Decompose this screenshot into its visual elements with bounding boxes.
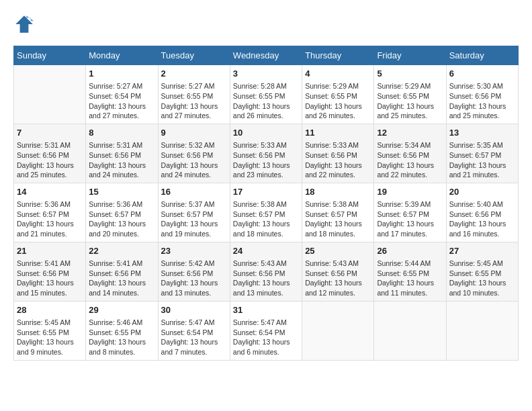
calendar-header: SundayMondayTuesdayWednesdayThursdayFrid… <box>14 46 519 65</box>
calendar-cell: 6Sunrise: 5:30 AMSunset: 6:56 PMDaylight… <box>446 65 518 124</box>
day-of-week-sunday: Sunday <box>14 46 86 65</box>
day-of-week-thursday: Thursday <box>302 46 374 65</box>
cell-content: Daylight: 13 hours <box>89 219 154 229</box>
cell-content: Sunset: 6:55 PM <box>305 91 371 101</box>
cell-content: Daylight: 13 hours <box>161 219 227 229</box>
calendar-cell: 4Sunrise: 5:29 AMSunset: 6:55 PMDaylight… <box>302 65 374 124</box>
calendar-cell: 29Sunrise: 5:46 AMSunset: 6:55 PMDayligh… <box>86 301 158 360</box>
day-number: 11 <box>305 127 371 139</box>
cell-content: Sunset: 6:57 PM <box>449 150 515 161</box>
calendar-cell: 8Sunrise: 5:31 AMSunset: 6:56 PMDaylight… <box>86 124 158 183</box>
cell-content: and 21 minutes. <box>17 229 83 239</box>
calendar-cell: 14Sunrise: 5:36 AMSunset: 6:57 PMDayligh… <box>14 183 86 242</box>
cell-content: Sunrise: 5:40 AM <box>449 199 515 210</box>
cell-content: Sunrise: 5:37 AM <box>161 199 227 210</box>
days-of-week-row: SundayMondayTuesdayWednesdayThursdayFrid… <box>14 46 519 65</box>
cell-content: Sunset: 6:55 PM <box>233 91 299 101</box>
cell-content: Sunset: 6:57 PM <box>89 210 154 220</box>
day-of-week-monday: Monday <box>86 46 158 65</box>
calendar-cell: 13Sunrise: 5:35 AMSunset: 6:57 PMDayligh… <box>446 124 518 183</box>
cell-content: and 27 minutes. <box>161 111 227 121</box>
day-number: 19 <box>377 186 443 198</box>
cell-content: Daylight: 13 hours <box>89 337 154 347</box>
cell-content: and 17 minutes. <box>377 229 443 239</box>
cell-content: Daylight: 13 hours <box>17 161 83 171</box>
cell-content: and 18 minutes. <box>305 229 371 239</box>
calendar-cell: 19Sunrise: 5:39 AMSunset: 6:57 PMDayligh… <box>374 183 446 242</box>
week-row-2: 7Sunrise: 5:31 AMSunset: 6:56 PMDaylight… <box>14 124 519 183</box>
day-number: 17 <box>233 186 299 198</box>
day-number: 21 <box>17 245 83 257</box>
cell-content: Sunset: 6:55 PM <box>17 328 83 338</box>
cell-content: Sunset: 6:55 PM <box>377 91 443 101</box>
cell-content: Sunrise: 5:29 AM <box>305 81 371 91</box>
cell-content: and 24 minutes. <box>161 170 227 180</box>
day-number: 29 <box>89 304 154 316</box>
cell-content: Sunrise: 5:38 AM <box>305 199 371 210</box>
cell-content: Sunset: 6:56 PM <box>89 269 154 279</box>
cell-content: Daylight: 13 hours <box>161 161 227 171</box>
day-number: 18 <box>305 186 371 198</box>
cell-content: Sunset: 6:56 PM <box>449 91 515 101</box>
cell-content: and 13 minutes. <box>233 288 299 298</box>
cell-content: and 8 minutes. <box>89 347 154 357</box>
calendar-cell: 22Sunrise: 5:41 AMSunset: 6:56 PMDayligh… <box>86 242 158 301</box>
calendar-cell <box>446 301 518 360</box>
cell-content: and 24 minutes. <box>89 170 154 180</box>
day-of-week-saturday: Saturday <box>446 46 518 65</box>
cell-content: Daylight: 13 hours <box>17 219 83 229</box>
cell-content: Sunset: 6:57 PM <box>161 210 227 220</box>
calendar-cell: 26Sunrise: 5:44 AMSunset: 6:55 PMDayligh… <box>374 242 446 301</box>
calendar-cell: 25Sunrise: 5:43 AMSunset: 6:56 PMDayligh… <box>302 242 374 301</box>
cell-content: and 23 minutes. <box>233 170 299 180</box>
cell-content: and 26 minutes. <box>305 111 371 121</box>
cell-content: Daylight: 13 hours <box>89 278 154 288</box>
cell-content: Sunset: 6:55 PM <box>377 269 443 279</box>
cell-content: Daylight: 13 hours <box>233 278 299 288</box>
cell-content: Daylight: 13 hours <box>305 101 371 111</box>
page-header <box>13 13 519 35</box>
calendar-cell <box>374 301 446 360</box>
cell-content: Sunset: 6:55 PM <box>89 328 154 338</box>
calendar-cell: 11Sunrise: 5:33 AMSunset: 6:56 PMDayligh… <box>302 124 374 183</box>
cell-content: and 25 minutes. <box>449 111 515 121</box>
day-number: 1 <box>89 68 154 80</box>
cell-content: Daylight: 13 hours <box>305 219 371 229</box>
calendar-cell: 15Sunrise: 5:36 AMSunset: 6:57 PMDayligh… <box>86 183 158 242</box>
logo <box>13 13 38 35</box>
cell-content: Daylight: 13 hours <box>161 278 227 288</box>
cell-content: Sunrise: 5:43 AM <box>305 259 371 269</box>
day-number: 31 <box>233 304 299 316</box>
calendar-cell: 5Sunrise: 5:29 AMSunset: 6:55 PMDaylight… <box>374 65 446 124</box>
cell-content: Sunrise: 5:47 AM <box>233 318 299 328</box>
cell-content: Sunset: 6:56 PM <box>161 269 227 279</box>
cell-content: Sunset: 6:56 PM <box>305 269 371 279</box>
cell-content: Sunrise: 5:36 AM <box>17 199 83 210</box>
cell-content: and 16 minutes. <box>449 229 515 239</box>
cell-content: and 9 minutes. <box>17 347 83 357</box>
cell-content: Sunrise: 5:34 AM <box>377 140 443 150</box>
cell-content: Daylight: 13 hours <box>377 278 443 288</box>
day-of-week-friday: Friday <box>374 46 446 65</box>
cell-content: Sunrise: 5:33 AM <box>233 140 299 150</box>
cell-content: Sunrise: 5:46 AM <box>89 318 154 328</box>
calendar-cell: 20Sunrise: 5:40 AMSunset: 6:56 PMDayligh… <box>446 183 518 242</box>
day-number: 12 <box>377 127 443 139</box>
cell-content: Sunset: 6:56 PM <box>233 269 299 279</box>
week-row-4: 21Sunrise: 5:41 AMSunset: 6:56 PMDayligh… <box>14 242 519 301</box>
cell-content: and 22 minutes. <box>377 170 443 180</box>
cell-content: Sunset: 6:54 PM <box>161 328 227 338</box>
calendar-cell: 18Sunrise: 5:38 AMSunset: 6:57 PMDayligh… <box>302 183 374 242</box>
cell-content: and 22 minutes. <box>305 170 371 180</box>
week-row-1: 1Sunrise: 5:27 AMSunset: 6:54 PMDaylight… <box>14 65 519 124</box>
day-number: 16 <box>161 186 227 198</box>
cell-content: and 11 minutes. <box>377 288 443 298</box>
cell-content: Daylight: 13 hours <box>449 101 515 111</box>
calendar-cell: 24Sunrise: 5:43 AMSunset: 6:56 PMDayligh… <box>230 242 302 301</box>
day-number: 26 <box>377 245 443 257</box>
calendar-cell: 10Sunrise: 5:33 AMSunset: 6:56 PMDayligh… <box>230 124 302 183</box>
cell-content: Sunset: 6:54 PM <box>89 91 154 101</box>
day-number: 30 <box>161 304 227 316</box>
cell-content: Sunrise: 5:28 AM <box>233 81 299 91</box>
cell-content: and 27 minutes. <box>89 111 154 121</box>
